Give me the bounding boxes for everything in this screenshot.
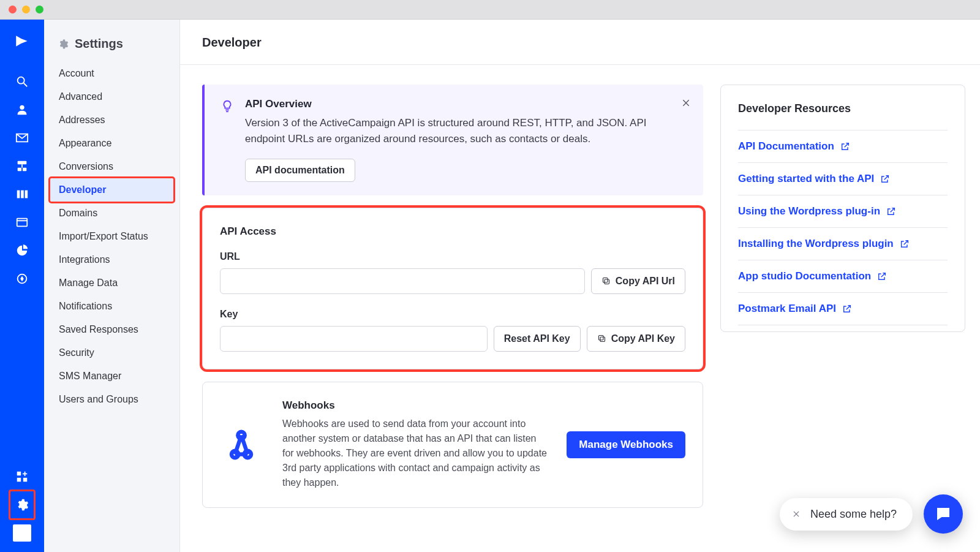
banner-title: API Overview — [245, 98, 671, 110]
reset-api-key-button[interactable]: Reset API Key — [494, 326, 581, 352]
manage-webhooks-button[interactable]: Manage Webhooks — [567, 431, 685, 458]
svg-line-1 — [24, 83, 28, 87]
settings-nav-item[interactable]: Developer — [50, 178, 173, 202]
contacts-icon[interactable] — [10, 96, 34, 124]
reset-api-key-label: Reset API Key — [504, 333, 570, 344]
settings-nav-item[interactable]: SMS Manager — [50, 365, 173, 388]
settings-nav-item[interactable]: Security — [50, 341, 173, 365]
site-icon[interactable] — [10, 208, 34, 236]
settings-nav: AccountAdvancedAddressesAppearanceConver… — [44, 59, 179, 414]
lightbulb-icon — [221, 99, 234, 113]
window-minimize-button[interactable] — [22, 6, 30, 13]
svg-rect-3 — [18, 161, 27, 165]
external-link-icon — [842, 304, 852, 314]
api-overview-banner: API Overview Version 3 of the ActiveCamp… — [202, 85, 703, 195]
api-documentation-button[interactable]: API documentation — [245, 159, 355, 182]
resource-link[interactable]: Installing the Wordpress plugin — [738, 228, 948, 260]
webhooks-icon — [220, 426, 263, 464]
external-link-icon — [877, 271, 887, 281]
resource-link[interactable]: Postmark Email API — [738, 293, 948, 325]
page-header: Developer — [180, 20, 980, 65]
copy-icon — [601, 276, 611, 285]
api-key-input[interactable] — [220, 326, 488, 352]
external-link-icon — [886, 206, 896, 216]
copy-api-key-label: Copy API Key — [611, 333, 675, 344]
developer-resources-card: Developer Resources API DocumentationGet… — [720, 85, 965, 332]
settings-nav-item[interactable]: Users and Groups — [50, 388, 173, 411]
main: Developer API Overview Version 3 of the … — [180, 20, 980, 552]
svg-rect-21 — [603, 278, 608, 283]
svg-rect-20 — [605, 279, 609, 284]
close-icon — [792, 510, 801, 518]
search-icon[interactable] — [10, 67, 34, 96]
resource-link[interactable]: Using the Wordpress plug-in — [738, 195, 948, 228]
copy-icon — [597, 334, 606, 343]
settings-nav-item[interactable]: Appearance — [50, 132, 173, 155]
resource-link-label: API Documentation — [738, 140, 834, 153]
resource-link[interactable]: App studio Documentation — [738, 260, 948, 293]
copy-api-url-label: Copy API Url — [616, 276, 675, 287]
settings-nav-item[interactable]: Import/Export Status — [50, 225, 173, 248]
window-zoom-button[interactable] — [36, 6, 43, 13]
settings-nav-item[interactable]: Saved Responses — [50, 318, 173, 341]
logo-icon[interactable] — [10, 27, 34, 55]
settings-nav-item[interactable]: Account — [50, 62, 173, 85]
copy-api-key-button[interactable]: Copy API Key — [587, 326, 685, 352]
svg-rect-23 — [598, 336, 603, 341]
resource-link[interactable]: Getting started with the API — [738, 163, 948, 195]
external-link-icon — [880, 174, 890, 184]
settings-nav-item[interactable]: Addresses — [50, 108, 173, 132]
svg-rect-4 — [18, 168, 21, 172]
api-access-card: API Access URL Copy API Url Key Reset A — [202, 208, 703, 369]
settings-nav-item[interactable]: Domains — [50, 202, 173, 225]
account-tile-icon[interactable] — [10, 519, 34, 547]
developer-resources-title: Developer Resources — [738, 102, 948, 130]
settings-title: Settings — [75, 37, 123, 51]
help-fab-button[interactable] — [924, 494, 963, 534]
developer-resources-list: API DocumentationGetting started with th… — [738, 130, 948, 325]
resource-link-label: Getting started with the API — [738, 173, 874, 185]
resource-link-label: Using the Wordpress plug-in — [738, 205, 880, 217]
svg-point-0 — [18, 77, 24, 84]
window-close-button[interactable] — [9, 6, 17, 13]
svg-rect-13 — [17, 472, 21, 475]
reports-icon[interactable] — [10, 236, 34, 265]
help-prompt-close-button[interactable] — [791, 509, 802, 520]
deals-icon[interactable] — [10, 180, 34, 208]
webhooks-description: Webhooks are used to send data from your… — [282, 417, 547, 490]
page-title: Developer — [202, 36, 958, 50]
window-chrome — [0, 0, 980, 20]
svg-rect-22 — [600, 337, 605, 342]
banner-description: Version 3 of the ActiveCampaign API is s… — [245, 115, 671, 148]
campaigns-icon[interactable] — [10, 124, 34, 152]
settings-nav-item[interactable]: Integrations — [50, 248, 173, 271]
svg-rect-10 — [17, 219, 28, 227]
resource-link[interactable]: API Documentation — [738, 130, 948, 163]
settings-header: Settings — [44, 20, 179, 59]
settings-icon[interactable] — [10, 491, 34, 519]
settings-nav-item[interactable]: Conversions — [50, 155, 173, 178]
gear-icon — [58, 39, 69, 50]
chat-icon — [934, 505, 952, 523]
traffic-lights — [9, 6, 43, 13]
add-apps-icon[interactable] — [10, 463, 34, 491]
automations-icon[interactable] — [10, 152, 34, 180]
svg-rect-9 — [25, 191, 28, 198]
resource-link-label: Postmark Email API — [738, 303, 836, 315]
svg-rect-8 — [21, 191, 24, 198]
svg-rect-15 — [23, 478, 27, 482]
svg-rect-5 — [23, 168, 26, 172]
webhooks-card: Webhooks Webhooks are used to send data … — [202, 382, 703, 508]
help-prompt[interactable]: Need some help? — [780, 498, 913, 531]
settings-nav-item[interactable]: Advanced — [50, 85, 173, 108]
settings-nav-item[interactable]: Manage Data — [50, 271, 173, 295]
nav-rail — [0, 20, 44, 552]
help-prompt-text: Need some help? — [810, 508, 897, 521]
apps-icon[interactable] — [10, 265, 34, 293]
settings-sidebar: Settings AccountAdvancedAddressesAppeara… — [44, 20, 180, 552]
close-icon — [681, 98, 691, 108]
settings-nav-item[interactable]: Notifications — [50, 295, 173, 318]
api-url-input[interactable] — [220, 268, 585, 294]
copy-api-url-button[interactable]: Copy API Url — [591, 268, 685, 294]
banner-close-button[interactable] — [681, 97, 691, 111]
